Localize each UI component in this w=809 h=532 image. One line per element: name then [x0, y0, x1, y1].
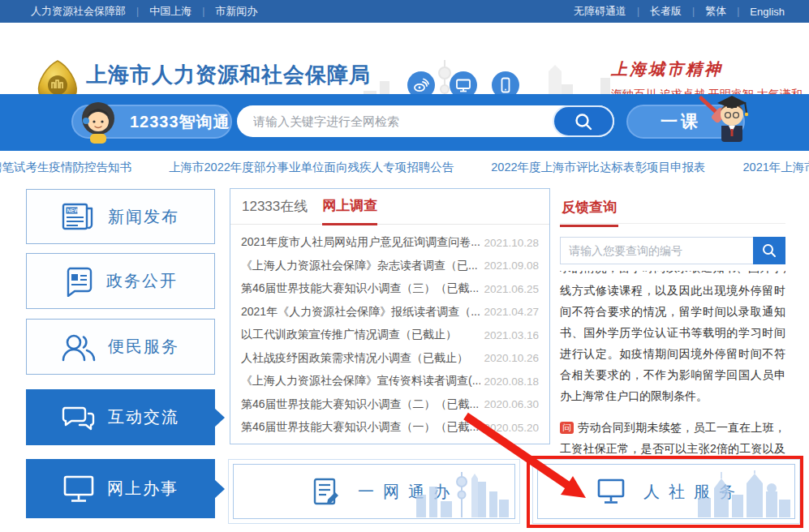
news-ticker: 聘笔试考生疫情防控告知书 上海市2022年度部分事业单位面向残疾人专项招聘公告 … [0, 154, 809, 180]
top-utility-bar: 人力资源社会保障部 中国上海 市新闻办 无障碍通道 长者版 繁体 English [0, 0, 809, 23]
survey-link[interactable]: 第46届世界技能大赛知识小调查（三）（已截... [241, 281, 479, 296]
feedback-query-input[interactable] [560, 237, 753, 264]
site-search [237, 105, 614, 137]
search-band: 12333智询通 一课 [0, 94, 809, 151]
topbar-left-links: 人力资源社会保障部 中国上海 市新闻办 [31, 4, 257, 19]
sidebar-item-gov-info[interactable]: 政务公开 [26, 253, 215, 309]
chat-bubbles-icon [62, 403, 96, 432]
link-city-news-office[interactable]: 市新闻办 [215, 4, 257, 19]
hotline-label: 12333智询通 [130, 111, 230, 133]
people-icon [62, 332, 96, 362]
hotline-mascot-avatar [76, 99, 120, 144]
sidebar-label-public-service: 便民服务 [108, 336, 179, 358]
survey-link[interactable]: 人社战疫纾困政策需求情况小调查（已截止） [241, 351, 468, 366]
survey-date: 2020.06.30 [484, 398, 539, 410]
survey-date: 2020.05.20 [484, 422, 539, 434]
survey-row: 第46届世界技能大赛知识小调查（一）（已截... 2020.05.20 [241, 416, 539, 440]
sidebar-item-news[interactable]: NEWS 新闻发布 [26, 189, 215, 244]
monitor-icon [62, 474, 95, 504]
feedback-search-button[interactable] [753, 237, 785, 264]
question-badge: 问 [560, 422, 574, 434]
survey-row: 《上海人力资源社会保障》宣传资料读者调查(... 2020.08.18 [241, 370, 539, 393]
survey-date: 2021.04.27 [484, 306, 539, 318]
search-icon [761, 242, 777, 259]
monitor-icon [596, 478, 626, 505]
tab-12333-online[interactable]: 12333在线 [242, 197, 308, 224]
feedback-answer-text: 线方式修读课程，以及因此出现境外停留时间不符合要求的情况，留学时间以录取通知书、… [560, 280, 785, 406]
survey-row: 第46届世界技能大赛知识小调查（三）（已截... 2021.06.25 [241, 277, 539, 301]
survey-row: 第46届世界技能大赛知识小调查（二）（已截... 2020.06.30 [241, 393, 539, 417]
ticker-link-2[interactable]: 上海市2022年度部分事业单位面向残疾人专项招聘公告 [169, 160, 454, 175]
feedback-scrolling-clipped-line: 求的情况，留学时间以录取通知书、国外学历学位认证书等 [560, 271, 785, 278]
lesson-button[interactable]: 一课 [626, 105, 745, 139]
svg-text:NEWS: NEWS [67, 208, 84, 213]
search-button[interactable] [553, 105, 614, 137]
survey-link[interactable]: 2021年《人力资源社会保障》报纸读者调查（... [241, 305, 480, 320]
survey-date: 2021.03.16 [484, 329, 539, 341]
survey-row: 2021年《人力资源社会保障》报纸读者调查（... 2021.04.27 [241, 301, 539, 324]
link-english[interactable]: English [750, 6, 785, 18]
link-traditional-chinese[interactable]: 繁体 [705, 4, 750, 19]
survey-date: 2020.08.18 [484, 375, 539, 388]
sidebar-label-gov-info: 政务公开 [106, 270, 178, 292]
sidebar-item-interaction[interactable]: 互动交流 [26, 389, 215, 445]
sidebar-item-online-services[interactable]: 网上办事 [26, 459, 215, 518]
ticker-link-1[interactable]: 聘笔试考生疫情防控告知书 [0, 160, 131, 175]
survey-link[interactable]: 2021年度市人社局网站用户意见征询调查问卷... [241, 235, 480, 250]
survey-row: 以工代训政策宣传推广情况调查（已截止） 2021.03.16 [241, 324, 539, 347]
document-pencil-icon [311, 477, 340, 506]
one-stop-portal-button[interactable]: 一网通办 [233, 464, 515, 519]
sidebar-label-news: 新闻发布 [108, 206, 179, 228]
bund-skyline-art [696, 470, 792, 517]
link-accessibility[interactable]: 无障碍通道 [574, 4, 650, 19]
survey-date: 2020.10.26 [484, 352, 539, 364]
tab-online-survey[interactable]: 网上调查 [322, 196, 377, 225]
survey-date: 2021.06.25 [484, 283, 539, 295]
feedback-search [560, 237, 785, 264]
topbar-right-links: 无障碍通道 长者版 繁体 English [574, 4, 785, 19]
survey-list: 2021年度市人社局网站用户意见征询调查问卷... 2021.10.28 《上海… [230, 225, 549, 440]
survey-link[interactable]: 第46届世界技能大赛知识小调查（一）（已截... [241, 420, 479, 435]
news-icon: NEWS [62, 202, 96, 231]
pudong-skyline-art [413, 470, 512, 517]
survey-row: 《上海人力资源社会保障》杂志读者调查（已... 2021.09.08 [241, 255, 539, 278]
survey-date: 2021.09.08 [484, 260, 539, 272]
site-header: 上海市人力资源和社会保障局 SHANGHAI MUNICIPAL HUMAN R… [0, 23, 809, 94]
city-spirit-title: 上海城市精神 [611, 58, 790, 80]
surveys-panel: 12333在线 网上调查 2021年度市人社局网站用户意见征询调查问卷... 2… [230, 188, 550, 444]
site-title: 上海市人力资源和社会保障局 [86, 61, 382, 89]
survey-date: 2021.10.28 [484, 237, 539, 249]
hr-social-services-button[interactable]: 人社服务 [537, 464, 795, 519]
sidebar-label-interaction: 互动交流 [108, 406, 179, 428]
feedback-header: 反馈查询 [560, 188, 785, 224]
link-senior-version[interactable]: 长者版 [650, 4, 705, 19]
tab-feedback-query[interactable]: 反馈查询 [560, 188, 618, 227]
survey-link[interactable]: 《上海人力资源社会保障》宣传资料读者调查(... [241, 374, 480, 388]
teacher-mascot-avatar [695, 92, 751, 144]
sidebar-item-public-service[interactable]: 便民服务 [26, 319, 215, 375]
feedback-panel: 反馈查询 求的情况，留学时间以录取通知书、国外学历学位认证书等 线方式修读课程，… [560, 188, 785, 480]
search-icon [573, 111, 594, 132]
ticker-link-4[interactable]: 2021年上海市事业单位 [743, 160, 809, 175]
link-china-shanghai[interactable]: 中国上海 [149, 4, 215, 19]
document-icon [63, 266, 94, 297]
survey-row: 2021年度市人社局网站用户意见征询调查问卷... 2021.10.28 [241, 231, 539, 255]
survey-link[interactable]: 第46届世界技能大赛知识小调查（二）（已截... [241, 397, 479, 412]
surveys-tabs: 12333在线 网上调查 [230, 189, 549, 225]
sidebar-label-online-services: 网上办事 [107, 478, 179, 500]
survey-link[interactable]: 《上海人力资源社会保障》杂志读者调查（已... [241, 259, 478, 273]
link-mohrss[interactable]: 人力资源社会保障部 [31, 4, 149, 19]
survey-link[interactable]: 以工代训政策宣传推广情况调查（已截止） [241, 328, 457, 342]
hotline-12333-button[interactable]: 12333智询通 [71, 105, 232, 139]
survey-row: 人社战疫纾困政策需求情况小调查（已截止） 2020.10.26 [241, 347, 539, 371]
shanghai-hrss-homepage: 人力资源社会保障部 中国上海 市新闻办 无障碍通道 长者版 繁体 English… [0, 0, 809, 532]
ticker-link-3[interactable]: 2022年度上海市评比达标表彰项目申报表 [491, 160, 705, 175]
